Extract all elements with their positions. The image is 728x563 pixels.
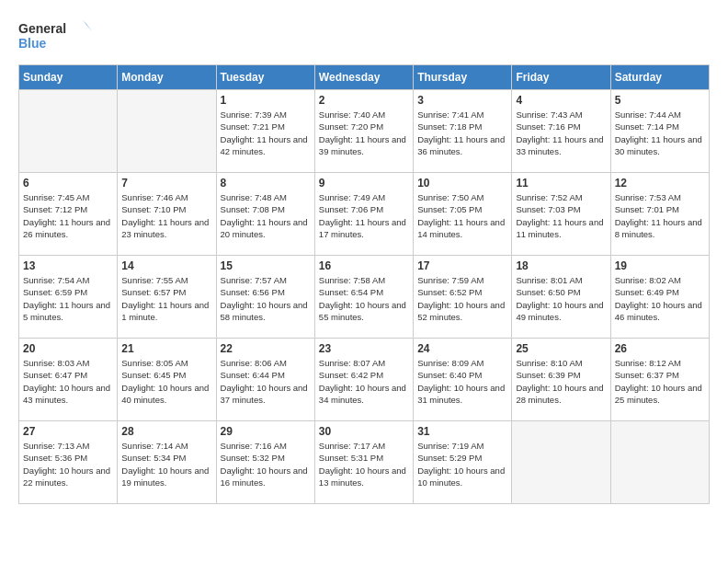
day-number: 29 — [221, 425, 311, 438]
calendar-cell: 8Sunrise: 7:48 AMSunset: 7:08 PMDaylight… — [216, 173, 314, 256]
calendar-cell — [512, 421, 610, 504]
day-info: Sunrise: 7:53 AMSunset: 7:01 PMDaylight:… — [615, 191, 705, 240]
svg-text:Blue: Blue — [18, 36, 47, 51]
day-number: 10 — [417, 177, 507, 190]
calendar-cell: 25Sunrise: 8:10 AMSunset: 6:39 PMDayligh… — [512, 339, 610, 421]
day-info: Sunrise: 8:01 AMSunset: 6:50 PMDaylight:… — [516, 274, 606, 323]
calendar-cell: 20Sunrise: 8:03 AMSunset: 6:47 PMDayligh… — [19, 339, 118, 421]
calendar-week-row: 13Sunrise: 7:54 AMSunset: 6:59 PMDayligh… — [19, 256, 710, 339]
day-number: 6 — [23, 177, 113, 190]
calendar-cell: 9Sunrise: 7:49 AMSunset: 7:06 PMDaylight… — [314, 173, 413, 256]
weekday-header-row: SundayMondayTuesdayWednesdayThursdayFrid… — [19, 65, 710, 90]
day-info: Sunrise: 7:16 AMSunset: 5:32 PMDaylight:… — [221, 440, 311, 488]
day-info: Sunrise: 7:39 AMSunset: 7:21 PMDaylight:… — [221, 109, 311, 157]
calendar-cell: 23Sunrise: 8:07 AMSunset: 6:42 PMDayligh… — [314, 339, 413, 421]
day-info: Sunrise: 8:05 AMSunset: 6:45 PMDaylight:… — [121, 357, 211, 406]
day-number: 27 — [23, 425, 113, 438]
day-info: Sunrise: 7:59 AMSunset: 6:52 PMDaylight:… — [417, 274, 507, 323]
calendar-cell: 31Sunrise: 7:19 AMSunset: 5:29 PMDayligh… — [414, 421, 512, 504]
day-number: 13 — [23, 259, 113, 272]
day-number: 28 — [121, 425, 211, 438]
day-number: 17 — [417, 259, 507, 272]
calendar-cell: 3Sunrise: 7:41 AMSunset: 7:18 PMDaylight… — [414, 90, 512, 173]
day-number: 3 — [417, 94, 507, 107]
svg-marker-2 — [83, 20, 92, 31]
weekday-header: Tuesday — [216, 65, 314, 90]
day-number: 31 — [417, 425, 507, 438]
day-number: 15 — [221, 259, 311, 272]
calendar-cell: 19Sunrise: 8:02 AMSunset: 6:49 PMDayligh… — [610, 256, 709, 339]
day-number: 18 — [516, 259, 606, 272]
day-info: Sunrise: 8:09 AMSunset: 6:40 PMDaylight:… — [417, 357, 507, 406]
day-info: Sunrise: 8:06 AMSunset: 6:44 PMDaylight:… — [221, 357, 311, 406]
day-info: Sunrise: 7:52 AMSunset: 7:03 PMDaylight:… — [516, 191, 606, 240]
day-info: Sunrise: 7:44 AMSunset: 7:14 PMDaylight:… — [615, 109, 705, 157]
day-info: Sunrise: 7:50 AMSunset: 7:05 PMDaylight:… — [417, 191, 507, 240]
day-info: Sunrise: 7:43 AMSunset: 7:16 PMDaylight:… — [516, 109, 606, 157]
day-info: Sunrise: 7:13 AMSunset: 5:36 PMDaylight:… — [23, 440, 113, 488]
day-info: Sunrise: 7:57 AMSunset: 6:56 PMDaylight:… — [221, 274, 311, 323]
calendar-cell: 22Sunrise: 8:06 AMSunset: 6:44 PMDayligh… — [216, 339, 314, 421]
calendar-cell: 13Sunrise: 7:54 AMSunset: 6:59 PMDayligh… — [19, 256, 118, 339]
day-info: Sunrise: 7:14 AMSunset: 5:34 PMDaylight:… — [121, 440, 211, 488]
calendar-cell: 28Sunrise: 7:14 AMSunset: 5:34 PMDayligh… — [118, 421, 216, 504]
day-number: 9 — [319, 177, 409, 190]
day-number: 16 — [319, 259, 409, 272]
day-number: 23 — [319, 342, 409, 355]
day-number: 2 — [319, 94, 409, 107]
day-info: Sunrise: 7:46 AMSunset: 7:10 PMDaylight:… — [121, 191, 211, 240]
calendar-cell: 27Sunrise: 7:13 AMSunset: 5:36 PMDayligh… — [19, 421, 118, 504]
calendar-cell: 18Sunrise: 8:01 AMSunset: 6:50 PMDayligh… — [512, 256, 610, 339]
logo: General Blue — [18, 18, 92, 55]
day-number: 11 — [516, 177, 606, 190]
calendar-cell: 30Sunrise: 7:17 AMSunset: 5:31 PMDayligh… — [314, 421, 413, 504]
day-number: 21 — [121, 342, 211, 355]
weekday-header: Thursday — [414, 65, 512, 90]
calendar-table: SundayMondayTuesdayWednesdayThursdayFrid… — [18, 64, 710, 504]
calendar-cell: 12Sunrise: 7:53 AMSunset: 7:01 PMDayligh… — [610, 173, 709, 256]
day-number: 4 — [516, 94, 606, 107]
calendar-cell — [19, 90, 118, 173]
day-number: 30 — [319, 425, 409, 438]
day-info: Sunrise: 7:45 AMSunset: 7:12 PMDaylight:… — [23, 191, 113, 240]
day-info: Sunrise: 8:02 AMSunset: 6:49 PMDaylight:… — [615, 274, 705, 323]
calendar-cell: 6Sunrise: 7:45 AMSunset: 7:12 PMDaylight… — [19, 173, 118, 256]
calendar-cell: 7Sunrise: 7:46 AMSunset: 7:10 PMDaylight… — [118, 173, 216, 256]
day-number: 19 — [615, 259, 705, 272]
svg-text:General: General — [18, 21, 66, 36]
day-info: Sunrise: 8:03 AMSunset: 6:47 PMDaylight:… — [23, 357, 113, 406]
day-info: Sunrise: 7:49 AMSunset: 7:06 PMDaylight:… — [319, 191, 409, 240]
day-info: Sunrise: 7:58 AMSunset: 6:54 PMDaylight:… — [319, 274, 409, 323]
day-number: 24 — [417, 342, 507, 355]
page-header: General Blue — [18, 18, 710, 55]
day-info: Sunrise: 7:41 AMSunset: 7:18 PMDaylight:… — [417, 109, 507, 157]
calendar-cell: 14Sunrise: 7:55 AMSunset: 6:57 PMDayligh… — [118, 256, 216, 339]
weekday-header: Monday — [118, 65, 216, 90]
weekday-header: Sunday — [19, 65, 118, 90]
day-number: 7 — [121, 177, 211, 190]
day-info: Sunrise: 7:54 AMSunset: 6:59 PMDaylight:… — [23, 274, 113, 323]
day-info: Sunrise: 7:48 AMSunset: 7:08 PMDaylight:… — [221, 191, 311, 240]
calendar-cell: 2Sunrise: 7:40 AMSunset: 7:20 PMDaylight… — [314, 90, 413, 173]
calendar-cell: 16Sunrise: 7:58 AMSunset: 6:54 PMDayligh… — [314, 256, 413, 339]
weekday-header: Wednesday — [314, 65, 413, 90]
day-number: 20 — [23, 342, 113, 355]
day-number: 25 — [516, 342, 606, 355]
calendar-cell: 10Sunrise: 7:50 AMSunset: 7:05 PMDayligh… — [414, 173, 512, 256]
day-info: Sunrise: 7:17 AMSunset: 5:31 PMDaylight:… — [319, 440, 409, 488]
calendar-week-row: 1Sunrise: 7:39 AMSunset: 7:21 PMDaylight… — [19, 90, 710, 173]
day-number: 1 — [221, 94, 311, 107]
day-info: Sunrise: 7:19 AMSunset: 5:29 PMDaylight:… — [417, 440, 507, 488]
calendar-cell: 1Sunrise: 7:39 AMSunset: 7:21 PMDaylight… — [216, 90, 314, 173]
calendar-week-row: 20Sunrise: 8:03 AMSunset: 6:47 PMDayligh… — [19, 339, 710, 421]
calendar-cell — [118, 90, 216, 173]
day-number: 8 — [221, 177, 311, 190]
calendar-cell: 26Sunrise: 8:12 AMSunset: 6:37 PMDayligh… — [610, 339, 709, 421]
day-info: Sunrise: 8:10 AMSunset: 6:39 PMDaylight:… — [516, 357, 606, 406]
calendar-cell: 24Sunrise: 8:09 AMSunset: 6:40 PMDayligh… — [414, 339, 512, 421]
calendar-cell: 5Sunrise: 7:44 AMSunset: 7:14 PMDaylight… — [610, 90, 709, 173]
day-number: 12 — [615, 177, 705, 190]
day-number: 14 — [121, 259, 211, 272]
day-info: Sunrise: 7:40 AMSunset: 7:20 PMDaylight:… — [319, 109, 409, 157]
day-info: Sunrise: 8:07 AMSunset: 6:42 PMDaylight:… — [319, 357, 409, 406]
